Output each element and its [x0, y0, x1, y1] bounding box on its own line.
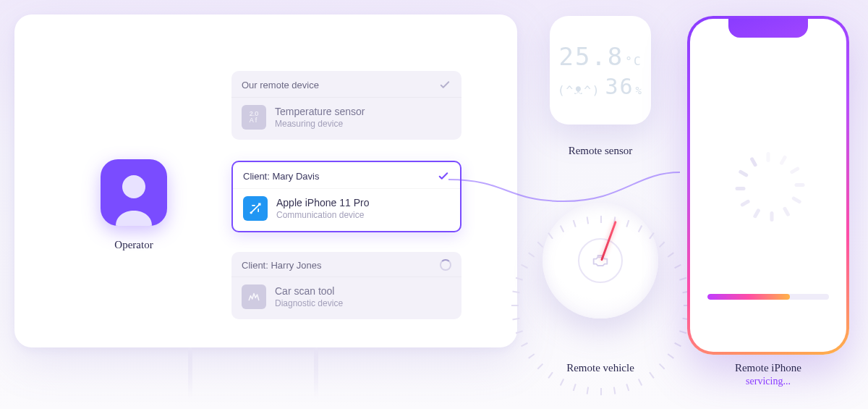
operator-avatar	[101, 159, 167, 226]
diagnostic-icon	[242, 284, 266, 309]
svg-point-1	[250, 211, 252, 214]
operator-block: Operator	[94, 159, 174, 251]
operator-label: Operator	[94, 239, 174, 251]
engine-icon	[590, 250, 610, 271]
remote-vehicle-label: Remote vehicle	[542, 362, 658, 374]
thermometer-icon: 2.0 A f	[242, 105, 266, 130]
card-header: Client: Mary Davis	[243, 171, 319, 182]
check-icon	[437, 169, 450, 182]
remote-sensor-device: 25.8°C (^ᴥ^) 36%	[550, 16, 651, 125]
svg-point-0	[122, 175, 145, 198]
loading-spinner-icon	[748, 149, 788, 190]
card-header: Client: Harry Jones	[242, 260, 322, 271]
remote-iphone-device	[687, 16, 849, 355]
panel-stand	[159, 347, 347, 398]
device-name: Car scan tool	[275, 285, 343, 297]
card-header: Our remote device	[242, 80, 319, 90]
check-icon	[438, 78, 451, 91]
loading-spinner-icon	[440, 259, 451, 271]
device-card-remote-sensor[interactable]: Our remote device 2.0 A f Temperature se…	[231, 71, 461, 140]
device-name: Temperature sensor	[275, 106, 365, 117]
phone-notch	[728, 19, 808, 38]
lcd-humidity: (^ᴥ^) 36%	[558, 74, 643, 99]
usb-icon	[243, 196, 268, 221]
operator-panel: Operator Our remote device 2.0 A f Tempe…	[14, 14, 517, 347]
remote-vehicle-gauge	[542, 203, 658, 319]
device-type: Diagnostic device	[275, 298, 343, 308]
device-type: Communication device	[276, 210, 369, 220]
person-icon	[109, 169, 159, 226]
remote-iphone-label: Remote iPhone servicing...	[687, 362, 849, 387]
device-name: Apple iPhone 11 Pro	[276, 197, 369, 208]
phone-status: servicing...	[687, 376, 849, 387]
device-card-car-scan[interactable]: Client: Harry Jones Car scan tool Diagno…	[231, 252, 461, 319]
face-icon: (^ᴥ^)	[558, 83, 601, 97]
svg-rect-2	[258, 203, 260, 206]
progress-fill	[707, 294, 790, 300]
device-card-iphone[interactable]: Client: Mary Davis Apple iPhone 11 Pro C…	[231, 161, 461, 232]
device-type: Measuring device	[275, 119, 365, 129]
progress-bar	[707, 294, 829, 300]
remote-sensor-label: Remote sensor	[550, 145, 651, 157]
lcd-temperature: 25.8°C	[558, 42, 642, 71]
